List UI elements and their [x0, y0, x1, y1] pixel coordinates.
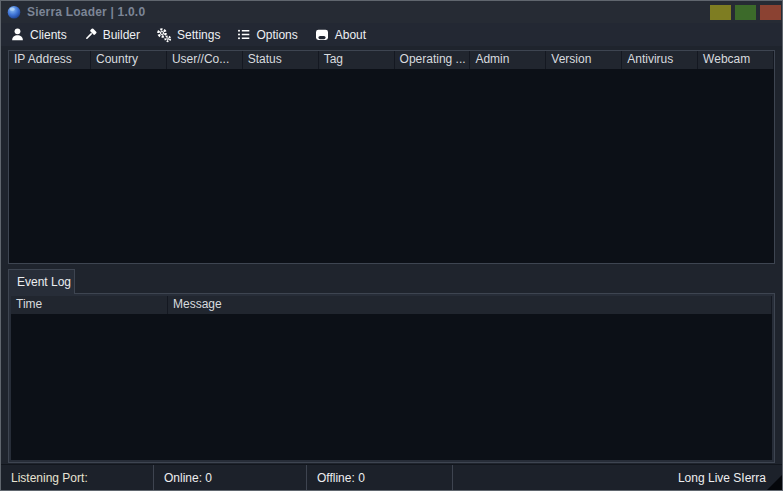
col-time[interactable]: Time	[11, 296, 168, 314]
window-controls	[710, 5, 782, 20]
online-count-status: Online: 0	[153, 465, 306, 490]
gears-icon	[156, 27, 172, 43]
col-antivirus[interactable]: Antivirus	[622, 51, 698, 69]
clients-table: IP Address Country User//Co... Status Ta…	[8, 50, 775, 264]
settings-label: Settings	[177, 28, 220, 42]
event-log-tab-label: Event Log	[17, 275, 71, 289]
event-log-header: Time Message	[11, 296, 772, 314]
hammer-icon	[83, 27, 98, 42]
event-log-body[interactable]	[11, 314, 772, 460]
close-button[interactable]	[760, 5, 781, 20]
resize-grip[interactable]	[767, 475, 782, 490]
clients-label: Clients	[30, 28, 67, 42]
event-log-panel: Time Message	[8, 293, 775, 463]
inbox-icon	[314, 27, 330, 42]
settings-button[interactable]: Settings	[149, 23, 229, 46]
tab-event-log[interactable]: Event Log	[8, 269, 75, 294]
maximize-button[interactable]	[735, 5, 756, 20]
list-icon	[236, 27, 251, 42]
builder-button[interactable]: Builder	[76, 23, 149, 46]
app-window: Sierra Loader | 1.0.0 Clients Builder	[0, 0, 783, 491]
about-label: About	[335, 28, 366, 42]
col-message[interactable]: Message	[168, 296, 772, 314]
person-icon	[10, 27, 25, 42]
clients-table-body[interactable]	[9, 69, 774, 263]
options-button[interactable]: Options	[229, 23, 306, 46]
about-button[interactable]: About	[307, 23, 375, 46]
motto-status: Long Live SIerra	[452, 465, 782, 490]
window-title: Sierra Loader | 1.0.0	[27, 5, 145, 19]
col-operating[interactable]: Operating ...	[395, 51, 471, 69]
clients-table-header: IP Address Country User//Co... Status Ta…	[9, 51, 774, 69]
builder-label: Builder	[103, 28, 140, 42]
col-user-co[interactable]: User//Co...	[167, 51, 243, 69]
col-ip-address[interactable]: IP Address	[9, 51, 91, 69]
minimize-button[interactable]	[710, 5, 731, 20]
listening-port-status: Listening Port:	[1, 465, 153, 490]
app-logo-icon	[6, 4, 22, 20]
col-country[interactable]: Country	[91, 51, 167, 69]
status-bar: Listening Port: Online: 0 Offline: 0 Lon…	[1, 464, 782, 490]
col-status[interactable]: Status	[243, 51, 319, 69]
options-label: Options	[256, 28, 297, 42]
col-version[interactable]: Version	[546, 51, 622, 69]
toolbar: Clients Builder Settings	[1, 23, 782, 46]
col-admin[interactable]: Admin	[470, 51, 546, 69]
col-webcam[interactable]: Webcam	[698, 51, 774, 69]
title-bar: Sierra Loader | 1.0.0	[1, 1, 782, 23]
clients-button[interactable]: Clients	[3, 23, 76, 46]
col-tag[interactable]: Tag	[319, 51, 395, 69]
offline-count-status: Offline: 0	[306, 465, 452, 490]
event-log-table: Time Message	[11, 296, 772, 460]
